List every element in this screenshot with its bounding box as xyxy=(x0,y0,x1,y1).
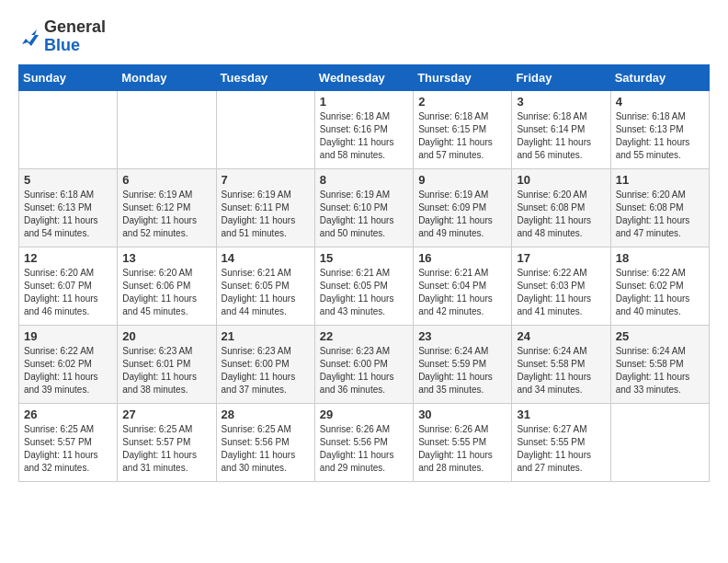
logo-bird-icon xyxy=(18,26,40,48)
calendar-cell: 5Sunrise: 6:18 AMSunset: 6:13 PMDaylight… xyxy=(19,168,118,247)
day-info: Sunrise: 6:27 AMSunset: 5:55 PMDaylight:… xyxy=(517,423,605,475)
calendar-cell: 26Sunrise: 6:25 AMSunset: 5:57 PMDayligh… xyxy=(19,403,118,481)
calendar-cell: 24Sunrise: 6:24 AMSunset: 5:58 PMDayligh… xyxy=(512,325,610,403)
day-number: 11 xyxy=(616,173,704,187)
day-number: 12 xyxy=(24,251,112,265)
calendar-cell: 13Sunrise: 6:20 AMSunset: 6:06 PMDayligh… xyxy=(118,247,216,325)
day-info: Sunrise: 6:21 AMSunset: 6:05 PMDaylight:… xyxy=(320,267,408,318)
day-info: Sunrise: 6:24 AMSunset: 5:58 PMDaylight:… xyxy=(616,345,704,396)
calendar-cell: 16Sunrise: 6:21 AMSunset: 6:04 PMDayligh… xyxy=(414,247,512,325)
logo-blue: Blue xyxy=(44,37,80,55)
calendar-cell: 4Sunrise: 6:18 AMSunset: 6:13 PMDaylight… xyxy=(610,90,709,168)
calendar-cell: 3Sunrise: 6:18 AMSunset: 6:14 PMDaylight… xyxy=(512,90,610,168)
calendar-cell: 20Sunrise: 6:23 AMSunset: 6:01 PMDayligh… xyxy=(118,325,216,403)
day-number: 27 xyxy=(122,408,210,421)
day-number: 7 xyxy=(222,173,310,187)
day-number: 9 xyxy=(418,173,506,187)
calendar-cell xyxy=(216,90,314,168)
calendar-cell: 28Sunrise: 6:25 AMSunset: 5:56 PMDayligh… xyxy=(216,403,314,481)
day-number: 22 xyxy=(320,329,408,343)
day-info: Sunrise: 6:18 AMSunset: 6:16 PMDaylight:… xyxy=(320,110,408,162)
day-info: Sunrise: 6:21 AMSunset: 6:05 PMDaylight:… xyxy=(222,267,310,318)
weekday-header-thursday: Thursday xyxy=(414,64,512,90)
day-number: 3 xyxy=(517,95,605,109)
week-row-4: 19Sunrise: 6:22 AMSunset: 6:02 PMDayligh… xyxy=(19,325,710,403)
calendar-cell: 30Sunrise: 6:26 AMSunset: 5:55 PMDayligh… xyxy=(414,403,512,481)
day-info: Sunrise: 6:19 AMSunset: 6:11 PMDaylight:… xyxy=(222,189,310,240)
weekday-header-tuesday: Tuesday xyxy=(216,64,314,90)
calendar-cell: 1Sunrise: 6:18 AMSunset: 6:16 PMDaylight… xyxy=(314,90,413,168)
day-number: 30 xyxy=(418,408,506,421)
calendar-cell: 2Sunrise: 6:18 AMSunset: 6:15 PMDaylight… xyxy=(414,90,512,168)
day-number: 17 xyxy=(517,251,605,265)
calendar-cell xyxy=(610,403,709,481)
day-number: 10 xyxy=(517,173,605,187)
calendar-cell: 14Sunrise: 6:21 AMSunset: 6:05 PMDayligh… xyxy=(216,247,314,325)
calendar-cell: 17Sunrise: 6:22 AMSunset: 6:03 PMDayligh… xyxy=(512,247,610,325)
calendar-cell: 15Sunrise: 6:21 AMSunset: 6:05 PMDayligh… xyxy=(314,247,413,325)
logo-general: General xyxy=(44,18,106,37)
day-info: Sunrise: 6:23 AMSunset: 6:00 PMDaylight:… xyxy=(320,345,408,396)
week-row-2: 5Sunrise: 6:18 AMSunset: 6:13 PMDaylight… xyxy=(19,168,710,247)
day-number: 18 xyxy=(616,251,704,265)
weekday-header-friday: Friday xyxy=(512,64,610,90)
day-info: Sunrise: 6:24 AMSunset: 5:58 PMDaylight:… xyxy=(517,345,605,396)
calendar-cell: 31Sunrise: 6:27 AMSunset: 5:55 PMDayligh… xyxy=(512,403,610,481)
header: GeneralBlue xyxy=(18,18,710,55)
weekday-header-saturday: Saturday xyxy=(610,64,709,90)
calendar-cell: 10Sunrise: 6:20 AMSunset: 6:08 PMDayligh… xyxy=(512,168,610,247)
day-number: 28 xyxy=(222,408,310,421)
day-number: 2 xyxy=(418,95,506,109)
calendar-cell: 23Sunrise: 6:24 AMSunset: 5:59 PMDayligh… xyxy=(414,325,512,403)
calendar-cell: 9Sunrise: 6:19 AMSunset: 6:09 PMDaylight… xyxy=(414,168,512,247)
day-info: Sunrise: 6:22 AMSunset: 6:02 PMDaylight:… xyxy=(616,267,704,318)
calendar-cell: 21Sunrise: 6:23 AMSunset: 6:00 PMDayligh… xyxy=(216,325,314,403)
calendar-cell: 12Sunrise: 6:20 AMSunset: 6:07 PMDayligh… xyxy=(19,247,118,325)
calendar-cell: 11Sunrise: 6:20 AMSunset: 6:08 PMDayligh… xyxy=(610,168,709,247)
day-number: 24 xyxy=(517,329,605,343)
day-number: 26 xyxy=(24,408,112,421)
day-info: Sunrise: 6:25 AMSunset: 5:56 PMDaylight:… xyxy=(222,423,310,475)
day-number: 15 xyxy=(320,251,408,265)
calendar-cell: 27Sunrise: 6:25 AMSunset: 5:57 PMDayligh… xyxy=(118,403,216,481)
day-number: 20 xyxy=(122,329,210,343)
day-info: Sunrise: 6:25 AMSunset: 5:57 PMDaylight:… xyxy=(122,423,210,475)
day-info: Sunrise: 6:22 AMSunset: 6:02 PMDaylight:… xyxy=(24,345,112,396)
calendar-cell: 6Sunrise: 6:19 AMSunset: 6:12 PMDaylight… xyxy=(118,168,216,247)
week-row-3: 12Sunrise: 6:20 AMSunset: 6:07 PMDayligh… xyxy=(19,247,710,325)
day-number: 14 xyxy=(222,251,310,265)
day-info: Sunrise: 6:20 AMSunset: 6:07 PMDaylight:… xyxy=(24,267,112,318)
day-number: 16 xyxy=(418,251,506,265)
day-info: Sunrise: 6:24 AMSunset: 5:59 PMDaylight:… xyxy=(418,345,506,396)
week-row-5: 26Sunrise: 6:25 AMSunset: 5:57 PMDayligh… xyxy=(19,403,710,481)
day-number: 29 xyxy=(320,408,408,421)
calendar-cell: 19Sunrise: 6:22 AMSunset: 6:02 PMDayligh… xyxy=(19,325,118,403)
day-info: Sunrise: 6:25 AMSunset: 5:57 PMDaylight:… xyxy=(24,423,112,475)
day-info: Sunrise: 6:19 AMSunset: 6:12 PMDaylight:… xyxy=(122,189,210,240)
day-number: 1 xyxy=(320,95,408,109)
day-info: Sunrise: 6:26 AMSunset: 5:56 PMDaylight:… xyxy=(320,423,408,475)
day-number: 4 xyxy=(616,95,704,109)
day-info: Sunrise: 6:18 AMSunset: 6:14 PMDaylight:… xyxy=(517,110,605,162)
day-info: Sunrise: 6:18 AMSunset: 6:13 PMDaylight:… xyxy=(24,189,112,240)
day-number: 5 xyxy=(24,173,112,187)
calendar-cell: 29Sunrise: 6:26 AMSunset: 5:56 PMDayligh… xyxy=(314,403,413,481)
day-number: 23 xyxy=(418,329,506,343)
day-info: Sunrise: 6:26 AMSunset: 5:55 PMDaylight:… xyxy=(418,423,506,475)
weekday-header-wednesday: Wednesday xyxy=(314,64,413,90)
day-number: 8 xyxy=(320,173,408,187)
day-info: Sunrise: 6:19 AMSunset: 6:09 PMDaylight:… xyxy=(418,189,506,240)
day-info: Sunrise: 6:20 AMSunset: 6:08 PMDaylight:… xyxy=(517,189,605,240)
day-info: Sunrise: 6:23 AMSunset: 6:01 PMDaylight:… xyxy=(122,345,210,396)
day-number: 19 xyxy=(24,329,112,343)
calendar-cell: 7Sunrise: 6:19 AMSunset: 6:11 PMDaylight… xyxy=(216,168,314,247)
calendar: SundayMondayTuesdayWednesdayThursdayFrid… xyxy=(18,64,710,482)
calendar-cell: 8Sunrise: 6:19 AMSunset: 6:10 PMDaylight… xyxy=(314,168,413,247)
week-row-1: 1Sunrise: 6:18 AMSunset: 6:16 PMDaylight… xyxy=(19,90,710,168)
calendar-cell: 18Sunrise: 6:22 AMSunset: 6:02 PMDayligh… xyxy=(610,247,709,325)
calendar-cell: 22Sunrise: 6:23 AMSunset: 6:00 PMDayligh… xyxy=(314,325,413,403)
day-number: 31 xyxy=(517,408,605,421)
day-number: 21 xyxy=(222,329,310,343)
day-info: Sunrise: 6:20 AMSunset: 6:08 PMDaylight:… xyxy=(616,189,704,240)
day-number: 25 xyxy=(616,329,704,343)
